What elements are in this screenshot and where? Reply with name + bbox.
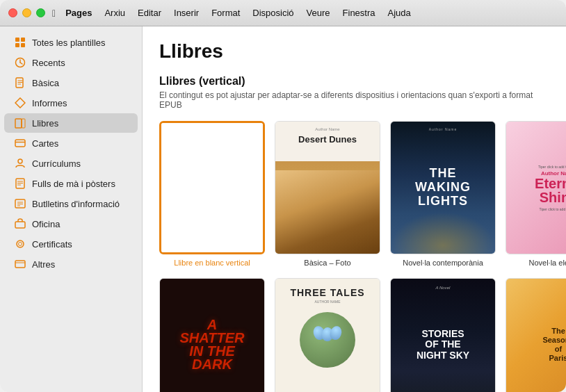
template-waking[interactable]: Author Name THE WAKING LIGHTS Novel·la c… (390, 121, 496, 267)
poster-icon (14, 177, 26, 190)
cover-threetales: THREE TALES AUTHOR NAME (275, 279, 380, 392)
sidebar-label-other: Altres (32, 259, 55, 270)
sidebar-label-cv: Currículums (32, 158, 81, 169)
book-icon (14, 117, 26, 129)
sidebar-item-certs[interactable]: Certificats (4, 234, 138, 254)
cover-blank (161, 123, 263, 252)
template-eternal[interactable]: Tiper click to add Creating Author Name … (506, 121, 566, 267)
cover-desert-title: Desert Dunes (280, 131, 375, 147)
template-threetales[interactable]: THREE TALES AUTHOR NAME Novel·la simple (275, 278, 380, 392)
template-thumb-shatter: A SHATTER IN THE DARK (159, 278, 265, 392)
other-icon (14, 258, 26, 270)
svg-rect-1 (21, 38, 25, 42)
titlebar:  Pages Arxiu Editar Inserir Format Disp… (0, 0, 566, 26)
template-seasons[interactable]: The Seasons of Paris Author Name Novel·l… (506, 278, 566, 392)
svg-rect-29 (15, 261, 25, 268)
sidebar-item-books[interactable]: Llibres (4, 113, 138, 133)
diamond-icon (14, 97, 26, 109)
menu-bar: Pages Arxiu Editar Inserir Format Dispos… (60, 6, 417, 20)
menu-disposicio[interactable]: Disposició (247, 6, 299, 20)
sidebar-label-basic: Bàsica (32, 78, 59, 88)
sidebar-item-recent[interactable]: Recents (4, 53, 138, 72)
sidebar-label-office: Oficina (32, 219, 60, 229)
cover-threetales-nest (300, 312, 355, 368)
clock-icon (14, 56, 26, 69)
sidebar-label-all: Totes les plantilles (32, 38, 106, 48)
template-shatter[interactable]: A SHATTER IN THE DARK Novel·la fosca (159, 278, 265, 392)
template-grid: Llibre en blanc vertical Author Name Des… (159, 121, 549, 392)
cover-shatter-title: A SHATTER IN THE DARK (180, 318, 245, 371)
svg-rect-15 (15, 140, 25, 147)
template-thumb-seasons: The Seasons of Paris Author Name (506, 278, 566, 392)
cover-eternal-small1: Tiper click to add Creating (538, 165, 566, 169)
sidebar-item-other[interactable]: Altres (4, 254, 138, 274)
minimize-button[interactable] (22, 8, 31, 17)
sidebar-item-all[interactable]: Totes les plantilles (4, 33, 138, 52)
menu-format[interactable]: Format (206, 6, 245, 20)
newsletter-icon (14, 197, 26, 210)
svg-point-17 (18, 159, 22, 163)
cert-icon (14, 238, 26, 250)
svg-point-28 (19, 243, 22, 246)
maximize-button[interactable] (36, 8, 45, 17)
menu-pages[interactable]: Pages (60, 6, 97, 20)
svg-marker-11 (15, 98, 25, 108)
svg-rect-3 (21, 43, 25, 47)
page-title: Llibres (159, 40, 549, 63)
sidebar-item-newsletters[interactable]: Butlletins d'informació (4, 194, 138, 213)
menu-inserir[interactable]: Inserir (168, 6, 204, 20)
template-label-eternal: Novel·la elegan... (529, 259, 567, 267)
template-nightsky[interactable]: A Novel STORIES OF THE NIGHT SKY AUTHOR … (390, 278, 496, 392)
sidebar-item-basic[interactable]: Bàsica (4, 73, 138, 92)
cover-desert-top: Author Name Desert Dunes (275, 122, 380, 150)
apple-icon:  (52, 8, 56, 19)
sidebar-label-books: Llibres (32, 118, 58, 129)
sidebar-label-newsletters: Butlletins d'informació (32, 199, 120, 209)
cover-desert-img (275, 170, 380, 254)
cover-threetales-title: THREE TALES (290, 287, 364, 298)
template-thumb-threetales: THREE TALES AUTHOR NAME (275, 278, 380, 392)
cover-shatter: A SHATTER IN THE DARK (160, 279, 264, 392)
menu-arxiu[interactable]: Arxiu (99, 6, 131, 20)
template-thumb-eternal: Tiper click to add Creating Author Name … (506, 121, 566, 254)
cover-eternal-title: Eternal Shine (535, 177, 566, 204)
cover-nightsky: A Novel STORIES OF THE NIGHT SKY AUTHOR … (391, 279, 495, 392)
menu-finestra[interactable]: Finestra (337, 6, 381, 20)
sidebar-item-office[interactable]: Oficina (4, 214, 138, 234)
template-thumb-blank (159, 121, 265, 254)
template-label-blank: Llibre en blanc vertical (174, 259, 250, 267)
sidebar-label-reports: Informes (32, 98, 67, 108)
menu-editar[interactable]: Editar (132, 6, 167, 20)
svg-line-6 (20, 63, 22, 64)
sidebar-item-cards[interactable]: Cartes (4, 133, 138, 153)
card-icon (14, 137, 26, 149)
svg-rect-12 (15, 119, 22, 128)
svg-point-27 (17, 240, 24, 247)
person-icon (14, 157, 26, 170)
section-desc: El contingut es pot ajustar per adaptar-… (159, 90, 549, 110)
section-title: Llibres (vertical) (159, 75, 549, 88)
menu-ajuda[interactable]: Ajuda (382, 6, 417, 20)
sidebar-item-cv[interactable]: Currículums (4, 154, 138, 173)
close-button[interactable] (8, 8, 17, 17)
cover-waking-author: Author Name (429, 127, 457, 131)
template-thumb-desert: Author Name Desert Dunes (275, 121, 380, 254)
template-label-desert: Bàsica – Foto (304, 259, 350, 267)
sidebar-label-cards: Cartes (32, 138, 58, 149)
cover-waking-title: THE WAKING LIGHTS (415, 167, 471, 208)
app-body: Totes les plantilles Recents Bàsica Info… (0, 26, 566, 392)
sidebar-item-flyers[interactable]: Fulls de mà i pòsters (4, 174, 138, 193)
sidebar-item-reports[interactable]: Informes (4, 93, 138, 113)
menu-veure[interactable]: Veure (301, 6, 336, 20)
template-thumb-waking: Author Name THE WAKING LIGHTS (390, 121, 496, 254)
cover-eternal-subtitle: Tiper click to add subtitle (540, 207, 566, 211)
cover-waking: Author Name THE WAKING LIGHTS (391, 122, 495, 254)
cover-seasons-title: The Seasons of Paris (542, 327, 566, 364)
cover-seasons: The Seasons of Paris Author Name (506, 279, 566, 392)
cover-waking-lights (391, 212, 495, 254)
template-desert[interactable]: Author Name Desert Dunes Bàsica – Foto (275, 121, 380, 267)
doc-icon (14, 76, 26, 89)
sidebar: Totes les plantilles Recents Bàsica Info… (0, 26, 143, 392)
svg-rect-2 (15, 43, 19, 47)
template-blank[interactable]: Llibre en blanc vertical (159, 121, 265, 267)
